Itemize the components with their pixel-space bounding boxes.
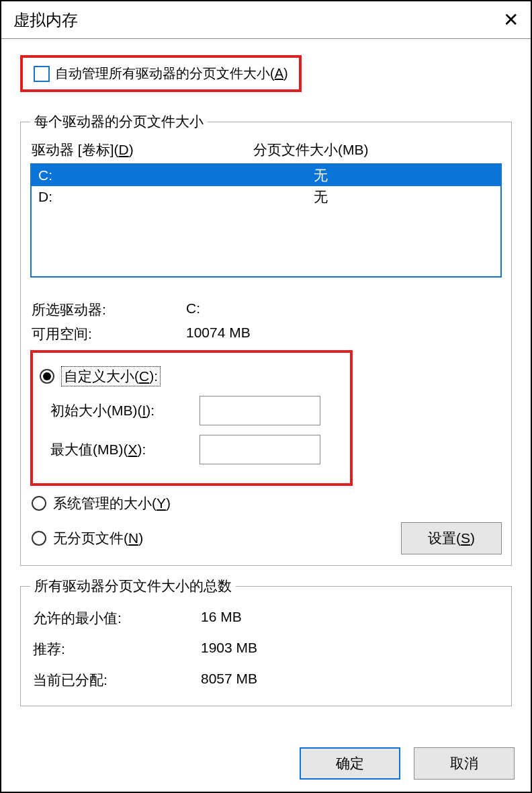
radio-icon[interactable] xyxy=(32,496,46,511)
auto-manage-checkbox[interactable] xyxy=(34,66,50,82)
selected-drive-value: C: xyxy=(186,300,502,319)
max-prefix: 最大值(MB)( xyxy=(50,442,128,457)
custom-suffix: ): xyxy=(149,368,158,384)
auto-manage-checkbox-row[interactable]: 自动管理所有驱动器的分页文件大小(A) xyxy=(30,62,292,85)
initial-suffix: ): xyxy=(146,403,154,418)
set-btn-suffix: ) xyxy=(470,530,475,546)
auto-manage-label: 自动管理所有驱动器的分页文件大小(A) xyxy=(55,65,288,83)
radio-custom-label: 自定义大小(C): xyxy=(61,366,161,386)
radio-icon[interactable] xyxy=(32,531,46,546)
header-drive-suffix: ) xyxy=(129,142,134,157)
titlebar: 虚拟内存 ✕ xyxy=(1,1,531,39)
header-drive-accel: D xyxy=(119,142,129,157)
window-title: 虚拟内存 xyxy=(13,9,78,31)
selected-drive-info: 所选驱动器: C: 可用空间: 10074 MB xyxy=(30,300,502,343)
set-button[interactable]: 设置(S) xyxy=(401,522,502,554)
min-value: 16 MB xyxy=(201,609,499,628)
drive-list-header: 驱动器 [卷标](D) 分页文件大小(MB) xyxy=(30,138,502,163)
header-size: 分页文件大小(MB) xyxy=(253,140,500,159)
highlight-auto-manage: 自动管理所有驱动器的分页文件大小(A) xyxy=(20,55,302,92)
drive-row[interactable]: C: 无 xyxy=(32,165,500,186)
free-space-value: 10074 MB xyxy=(186,325,502,343)
max-accel: X xyxy=(128,442,137,457)
max-size-label: 最大值(MB)(X): xyxy=(38,440,200,459)
dialog-content: 自动管理所有驱动器的分页文件大小(A) 每个驱动器的分页文件大小 驱动器 [卷标… xyxy=(1,39,531,729)
drive-cell-size: 无 xyxy=(314,187,500,206)
totals-grid: 允许的最小值: 16 MB 推荐: 1903 MB 当前已分配: 8057 MB xyxy=(30,602,502,696)
cancel-button[interactable]: 取消 xyxy=(414,747,515,780)
per-drive-legend: 每个驱动器的分页文件大小 xyxy=(30,112,208,131)
max-size-row: 最大值(MB)(X): xyxy=(38,435,345,464)
rec-value: 1903 MB xyxy=(201,640,499,659)
set-btn-prefix: 设置( xyxy=(428,530,461,546)
custom-accel: C xyxy=(139,368,149,384)
rec-label: 推荐: xyxy=(33,640,201,659)
min-label: 允许的最小值: xyxy=(33,609,201,628)
drive-list[interactable]: C: 无 D: 无 xyxy=(30,163,502,278)
ok-button[interactable]: 确定 xyxy=(300,747,400,780)
no-paging-and-set-row: 无分页文件(N) 设置(S) xyxy=(30,521,502,556)
selected-drive-label: 所选驱动器: xyxy=(32,300,186,319)
header-drive: 驱动器 [卷标](D) xyxy=(32,140,253,159)
initial-size-row: 初始大小(MB)(I): xyxy=(38,396,345,425)
max-suffix: ): xyxy=(138,442,146,457)
auto-manage-label-prefix: 自动管理所有驱动器的分页文件大小( xyxy=(55,66,275,81)
drive-cell-drive: C: xyxy=(32,167,314,183)
totals-group: 所有驱动器分页文件大小的总数 允许的最小值: 16 MB 推荐: 1903 MB… xyxy=(20,577,512,706)
drive-cell-drive: D: xyxy=(32,189,314,205)
system-accel: Y xyxy=(157,495,166,511)
radio-system-label: 系统管理的大小(Y) xyxy=(53,494,171,513)
highlight-custom-size: 自定义大小(C): 初始大小(MB)(I): 最大值(MB)(X): xyxy=(30,350,353,486)
per-drive-group: 每个驱动器的分页文件大小 驱动器 [卷标](D) 分页文件大小(MB) C: 无… xyxy=(20,112,512,566)
drive-row[interactable]: D: 无 xyxy=(32,186,500,208)
header-drive-prefix: 驱动器 [卷标]( xyxy=(32,142,119,157)
initial-size-input[interactable] xyxy=(200,396,320,425)
cur-label: 当前已分配: xyxy=(33,671,201,690)
initial-prefix: 初始大小(MB)( xyxy=(50,403,142,418)
auto-manage-label-suffix: ) xyxy=(283,66,288,81)
custom-prefix: 自定义大小( xyxy=(64,368,139,384)
virtual-memory-dialog: 虚拟内存 ✕ 自动管理所有驱动器的分页文件大小(A) 每个驱动器的分页文件大小 … xyxy=(0,0,532,793)
system-prefix: 系统管理的大小( xyxy=(53,495,157,511)
radio-icon[interactable] xyxy=(40,369,54,384)
initial-size-label: 初始大小(MB)(I): xyxy=(38,401,200,420)
max-size-input[interactable] xyxy=(200,435,320,464)
dialog-footer: 确定 取消 xyxy=(300,747,515,780)
none-accel: N xyxy=(128,530,138,546)
radio-none-label: 无分页文件(N) xyxy=(53,529,143,548)
radio-no-paging[interactable]: 无分页文件(N) xyxy=(32,529,143,548)
none-prefix: 无分页文件( xyxy=(53,530,128,546)
system-suffix: ) xyxy=(166,495,171,511)
close-icon[interactable]: ✕ xyxy=(503,11,519,30)
drive-cell-size: 无 xyxy=(314,166,500,185)
none-suffix: ) xyxy=(138,530,143,546)
set-btn-accel: S xyxy=(461,530,470,546)
radio-system-managed[interactable]: 系统管理的大小(Y) xyxy=(32,494,500,513)
cur-value: 8057 MB xyxy=(201,671,499,690)
radio-custom-size[interactable]: 自定义大小(C): xyxy=(40,366,343,386)
totals-legend: 所有驱动器分页文件大小的总数 xyxy=(30,577,236,595)
free-space-label: 可用空间: xyxy=(32,325,186,343)
auto-manage-accel: A xyxy=(275,66,283,81)
